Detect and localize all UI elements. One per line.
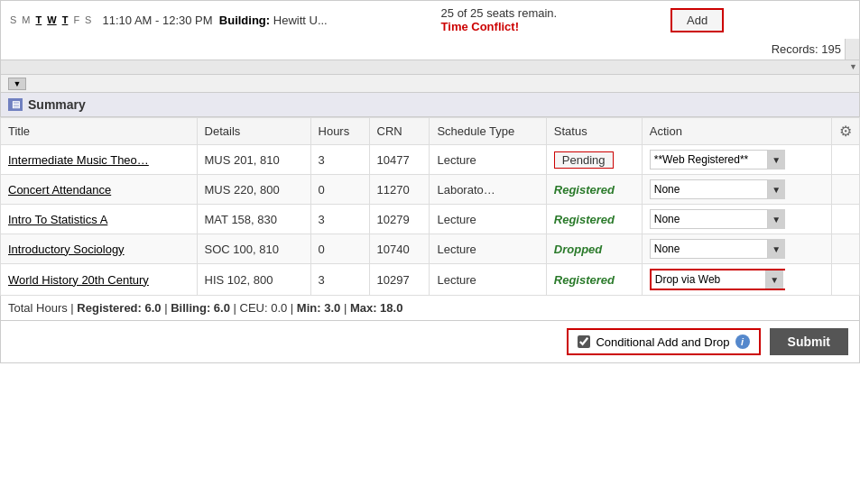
action-select-wrap: None▼ — [650, 209, 785, 229]
action-select-wrap: Drop via Web▼ — [650, 269, 785, 290]
summary-header: ▤ Summary — [0, 93, 860, 117]
cell-hours: 3 — [310, 205, 369, 234]
cell-schedule-type: Lecture — [430, 264, 546, 296]
cell-details: MAT 158, 830 — [197, 205, 310, 234]
cell-status: Registered — [546, 264, 642, 296]
day-f: F — [71, 14, 81, 26]
cell-title: Concert Attendance — [1, 175, 198, 205]
action-select[interactable]: Drop via Web — [652, 270, 787, 289]
cell-status: Registered — [546, 205, 642, 234]
status-badge: Pending — [554, 151, 614, 169]
scroll-bottom[interactable] — [0, 60, 860, 75]
cell-gear — [832, 205, 860, 234]
seats-area: 25 of 25 seats remain. Time Conflict! — [441, 6, 558, 33]
table-row: Intermediate Music Theo…MUS 201, 8103104… — [1, 145, 860, 175]
cell-gear — [832, 234, 860, 264]
info-icon[interactable]: i — [735, 334, 750, 349]
collapse-button[interactable]: ▼ — [8, 78, 26, 90]
title-link[interactable]: Introductory Sociology — [8, 243, 125, 256]
status-badge: Registered — [554, 213, 615, 226]
action-select-wrap: None▼ — [650, 239, 785, 259]
summary-title: Summary — [28, 97, 86, 112]
title-link[interactable]: World History 20th Century — [8, 273, 149, 287]
conditional-checkbox[interactable] — [578, 335, 590, 348]
cell-title: Introductory Sociology — [1, 234, 198, 264]
action-select-wrap: **Web Registered**▼ — [650, 150, 785, 170]
col-gear: ⚙ — [832, 118, 860, 145]
gear-icon[interactable]: ⚙ — [839, 124, 852, 139]
table-header-row: Title Details Hours CRN Schedule Type St… — [1, 118, 860, 145]
cell-hours: 0 — [310, 175, 369, 205]
summary-icon: ▤ — [8, 98, 23, 111]
cell-gear — [832, 145, 860, 175]
records-row: Records: 195 — [0, 39, 860, 60]
table-row: Intro To Statistics AMAT 158, 830310279L… — [1, 205, 860, 234]
building-label: Building: — [219, 14, 270, 27]
cell-action: None▼ — [642, 175, 831, 205]
action-select[interactable]: **Web Registered** — [650, 150, 785, 170]
cell-schedule-type: Laborato… — [430, 175, 546, 205]
day-m: M — [20, 14, 32, 26]
schedule-info: S M T W T F S 11:10 AM - 12:30 PM Buildi… — [8, 14, 328, 27]
day-s1: S — [8, 14, 18, 26]
cell-title: Intermediate Music Theo… — [1, 145, 198, 175]
time-building: 11:10 AM - 12:30 PM Building: Hewitt U..… — [102, 14, 327, 27]
seats-remain: 25 of 25 seats remain. — [441, 6, 558, 20]
cell-schedule-type: Lecture — [430, 205, 546, 234]
summary-table: Title Details Hours CRN Schedule Type St… — [0, 117, 860, 296]
conditional-label: Conditional Add and Drop — [596, 335, 729, 349]
cell-crn: 11270 — [369, 175, 430, 205]
time-text: 11:10 AM - 12:30 PM — [102, 14, 212, 27]
scrollbar[interactable] — [845, 39, 859, 60]
cell-gear — [832, 264, 860, 296]
day-t2: T — [60, 14, 70, 26]
cell-crn: 10297 — [369, 264, 430, 296]
cell-status: Dropped — [546, 234, 642, 264]
cell-schedule-type: Lecture — [430, 234, 546, 264]
col-schedule-type: Schedule Type — [430, 118, 546, 145]
schedule-days: S M T W T F S — [8, 14, 93, 26]
cell-crn: 10740 — [369, 234, 430, 264]
action-select[interactable]: None — [650, 239, 785, 259]
cell-title: World History 20th Century — [1, 264, 198, 296]
cell-details: MUS 201, 810 — [197, 145, 310, 175]
submit-button[interactable]: Submit — [770, 328, 848, 355]
cell-details: SOC 100, 810 — [197, 234, 310, 264]
title-link[interactable]: Concert Attendance — [8, 183, 111, 197]
cell-schedule-type: Lecture — [430, 145, 546, 175]
cell-hours: 3 — [310, 145, 369, 175]
cell-status: Pending — [546, 145, 642, 175]
cell-hours: 3 — [310, 264, 369, 296]
cell-action: None▼ — [642, 205, 831, 234]
footer-action-row: Conditional Add and Drop i Submit — [0, 321, 860, 363]
status-badge: Registered — [554, 273, 615, 287]
cell-action: Drop via Web▼ — [642, 264, 831, 296]
cell-details: MUS 220, 800 — [197, 175, 310, 205]
col-status: Status — [546, 118, 642, 145]
table-row: Concert AttendanceMUS 220, 800011270Labo… — [1, 175, 860, 205]
collapse-row: ▼ — [0, 75, 860, 93]
action-select-wrap: None▼ — [650, 179, 785, 199]
cell-details: HIS 102, 800 — [197, 264, 310, 296]
cell-action: **Web Registered**▼ — [642, 145, 831, 175]
cell-hours: 0 — [310, 234, 369, 264]
title-link[interactable]: Intermediate Music Theo… — [8, 153, 149, 167]
table-row: Introductory SociologySOC 100, 810010740… — [1, 234, 860, 264]
day-w: W — [45, 14, 58, 26]
cell-status: Registered — [546, 175, 642, 205]
cell-title: Intro To Statistics A — [1, 205, 198, 234]
table-row: World History 20th CenturyHIS 102, 80031… — [1, 264, 860, 296]
add-button[interactable]: Add — [670, 8, 724, 32]
action-select[interactable]: None — [650, 179, 785, 199]
status-badge: Registered — [554, 183, 615, 197]
day-t1: T — [34, 14, 44, 26]
col-crn: CRN — [369, 118, 430, 145]
col-details: Details — [197, 118, 310, 145]
cell-action: None▼ — [642, 234, 831, 264]
title-link[interactable]: Intro To Statistics A — [8, 213, 107, 226]
building-value: Hewitt U... — [273, 14, 328, 27]
totals-row: Total Hours | Registered: 6.0 | Billing:… — [0, 296, 860, 321]
cell-crn: 10477 — [369, 145, 430, 175]
totals-text: Total Hours | Registered: 6.0 | Billing:… — [8, 301, 402, 315]
action-select[interactable]: None — [650, 209, 785, 229]
